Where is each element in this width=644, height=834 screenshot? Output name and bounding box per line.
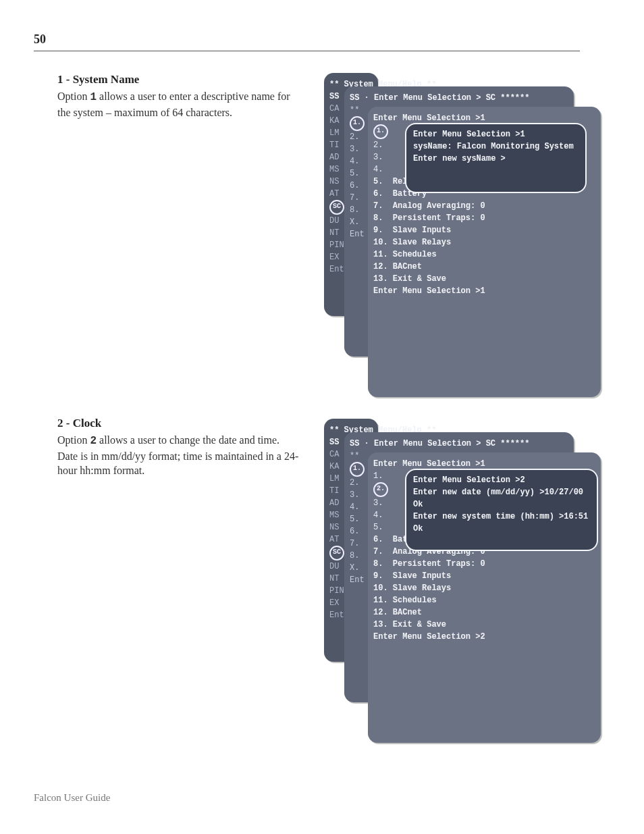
circle-sc-icon: SC bbox=[329, 546, 344, 561]
circle-1-icon: 1. bbox=[350, 116, 365, 131]
page-number: 50 bbox=[34, 32, 46, 47]
term-line: 8. Persistent Traps: 0 bbox=[373, 212, 595, 224]
overlay-line: Enter Menu Selection >2 bbox=[413, 474, 590, 486]
term-line: 11. Schedules bbox=[373, 249, 595, 261]
term-line: 9. Slave Inputs bbox=[373, 570, 595, 582]
term-line: 12. BACnet bbox=[373, 261, 595, 273]
overlay-line: Enter new sysName > bbox=[413, 153, 579, 165]
term-line: SS · Enter Menu Selection > SC ****** bbox=[350, 92, 529, 104]
section-title: 2 - Clock bbox=[57, 417, 300, 430]
section-system-name: 1 - System Name Option 1 allows a user t… bbox=[57, 73, 300, 120]
body-bold: 1 bbox=[90, 91, 97, 103]
term-line: 13. Exit & Save bbox=[373, 273, 595, 285]
term-line: 7. Analog Averaging: 0 bbox=[373, 200, 595, 212]
overlay-line: Ok bbox=[413, 523, 590, 535]
body-bold: 2 bbox=[90, 435, 97, 447]
panel-overlay: Enter Menu Selection >2 Enter new date (… bbox=[405, 469, 598, 551]
circle-1-icon: 1. bbox=[373, 124, 388, 139]
footer-text: Falcon User Guide bbox=[34, 792, 110, 804]
overlay-line: Ok bbox=[413, 498, 590, 511]
term-line: 12. BACnet bbox=[373, 606, 595, 619]
term-line: 11. Schedules bbox=[373, 594, 595, 606]
section-body: Option 1 allows a user to enter a descri… bbox=[57, 89, 300, 120]
term-line: Enter Menu Selection >1 bbox=[373, 285, 595, 297]
circle-sc-icon: SC bbox=[329, 200, 344, 215]
term-line: SS · Enter Menu Selection > SC ****** bbox=[350, 438, 529, 450]
overlay-line: Enter new date (mm/dd/yy) >10/27/00 bbox=[413, 486, 590, 498]
section-body: Option 2 allows a user to change the dat… bbox=[57, 433, 300, 478]
term-line: 8. Persistent Traps: 0 bbox=[373, 558, 595, 570]
panel-overlay: Enter Menu Selection >1 sysName: Falcon … bbox=[405, 123, 587, 193]
section-title: 1 - System Name bbox=[57, 73, 300, 86]
overlay-line: Enter Menu Selection >1 bbox=[413, 128, 579, 140]
term-line: 10. Slave Relays bbox=[373, 236, 595, 249]
term-line: Enter Menu Selection >2 bbox=[373, 631, 595, 643]
body-pre: Option bbox=[57, 90, 90, 102]
body-pre: Option bbox=[57, 434, 90, 446]
num: ** bbox=[350, 105, 359, 115]
circle-2-icon: 2. bbox=[373, 482, 388, 497]
overlay-line: sysName: Falcon Monitoring System bbox=[413, 140, 579, 153]
section-clock: 2 - Clock Option 2 allows a user to chan… bbox=[57, 417, 300, 478]
term-line: 10. Slave Relays bbox=[373, 582, 595, 594]
circle-1-icon: 1. bbox=[350, 462, 365, 477]
overlay-line: Enter new system time (hh:mm) >16:51 bbox=[413, 511, 590, 523]
top-rule bbox=[34, 51, 580, 51]
term-line: 13. Exit & Save bbox=[373, 619, 595, 631]
term-line: 9. Slave Inputs bbox=[373, 224, 595, 236]
